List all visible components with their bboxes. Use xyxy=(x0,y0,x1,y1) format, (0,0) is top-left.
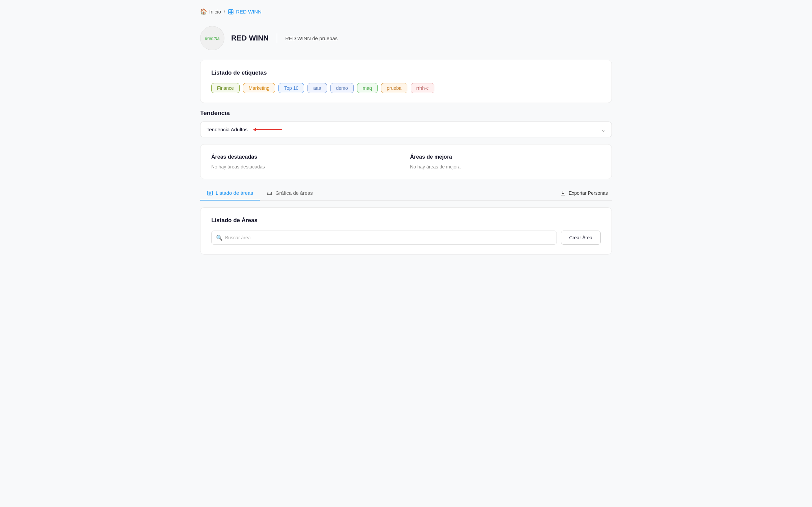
tab-grafica-areas[interactable]: Gráfica de áreas xyxy=(260,186,320,201)
areas-grid: Áreas destacadas No hay áreas destacadas… xyxy=(211,154,601,169)
svg-rect-0 xyxy=(228,9,233,14)
org-header: Mentha RED WINN RED WINN de pruebas xyxy=(200,26,612,50)
search-icon: 🔍 xyxy=(216,235,223,241)
org-subtitle: RED WINN de pruebas xyxy=(285,35,337,41)
breadcrumb-current[interactable]: RED WINN xyxy=(228,9,262,15)
search-input[interactable] xyxy=(211,231,557,245)
tabs-left: Listado de áreas Gráfica de áreas xyxy=(200,186,320,200)
org-logo-text: Mentha xyxy=(205,36,219,41)
org-name: RED WINN xyxy=(231,34,269,43)
breadcrumb-home[interactable]: 🏠 Inicio xyxy=(200,8,221,15)
list-areas-card: Listado de Áreas 🔍 Crear Área xyxy=(200,207,612,255)
tendencia-dropdown-wrapper: Tendencia Adultos ⌄ xyxy=(200,122,612,137)
breadcrumb-current-label: RED WINN xyxy=(236,9,262,15)
org-name-divider xyxy=(277,33,277,43)
building-icon xyxy=(228,9,234,15)
breadcrumb-separator: / xyxy=(224,9,225,15)
tendencia-title: Tendencia xyxy=(200,110,612,117)
tag-aaa[interactable]: aaa xyxy=(307,83,327,93)
list-icon xyxy=(207,190,213,196)
tags-card-title: Listado de etiquetas xyxy=(211,70,601,76)
crear-area-button[interactable]: Crear Área xyxy=(561,231,601,245)
areas-mejora: Áreas de mejora No hay áreas de mejora xyxy=(410,154,601,169)
areas-destacadas-title: Áreas destacadas xyxy=(211,154,402,160)
tag-finance[interactable]: Finance xyxy=(211,83,240,93)
areas-card: Áreas destacadas No hay áreas destacadas… xyxy=(200,144,612,179)
tendencia-arrow-indicator xyxy=(255,129,282,130)
list-card-title: Listado de Áreas xyxy=(211,217,601,224)
chevron-down-icon: ⌄ xyxy=(601,126,605,133)
tags-row: Finance Marketing Top 10 aaa demo maq pr… xyxy=(211,83,601,93)
tendencia-dropdown[interactable]: Tendencia Adultos ⌄ xyxy=(200,122,612,137)
tendencia-dropdown-value: Tendencia Adultos xyxy=(207,127,248,132)
export-personas-button[interactable]: Exportar Personas xyxy=(556,187,612,199)
tab-grafica-areas-label: Gráfica de áreas xyxy=(275,190,313,196)
areas-destacadas-empty: No hay áreas destacadas xyxy=(211,164,402,169)
tag-marketing[interactable]: Marketing xyxy=(243,83,275,93)
tabs-bar: Listado de áreas Gráfica de áreas xyxy=(200,186,612,201)
tendencia-section: Tendencia Tendencia Adultos ⌄ xyxy=(200,110,612,137)
bar-chart-icon xyxy=(267,190,273,196)
download-icon xyxy=(560,190,566,196)
tag-top10[interactable]: Top 10 xyxy=(278,83,304,93)
areas-mejora-empty: No hay áreas de mejora xyxy=(410,164,601,169)
tag-rrhh[interactable]: rrhh-c xyxy=(411,83,435,93)
tab-listado-areas-label: Listado de áreas xyxy=(216,190,253,196)
tag-demo[interactable]: demo xyxy=(330,83,354,93)
breadcrumb-home-label: Inicio xyxy=(209,9,221,15)
search-row: 🔍 Crear Área xyxy=(211,231,601,245)
areas-mejora-title: Áreas de mejora xyxy=(410,154,601,160)
tab-listado-areas[interactable]: Listado de áreas xyxy=(200,186,260,201)
breadcrumb: 🏠 Inicio / RED WINN xyxy=(200,8,612,15)
tags-card: Listado de etiquetas Finance Marketing T… xyxy=(200,60,612,103)
home-icon: 🏠 xyxy=(200,8,207,15)
tag-prueba[interactable]: prueba xyxy=(381,83,407,93)
search-wrapper: 🔍 xyxy=(211,231,557,245)
export-personas-label: Exportar Personas xyxy=(569,190,608,196)
areas-destacadas: Áreas destacadas No hay áreas destacadas xyxy=(211,154,402,169)
tag-maq[interactable]: maq xyxy=(357,83,378,93)
org-logo: Mentha xyxy=(200,26,224,50)
